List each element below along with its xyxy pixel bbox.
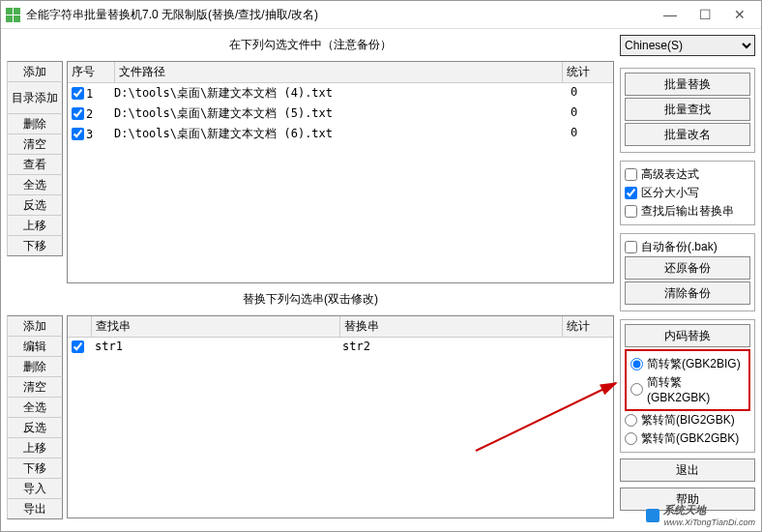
replace-row-check[interactable] [72, 340, 84, 353]
radio-gbk2gbk-s[interactable]: 简转繁(GBK2GBK) [630, 373, 745, 405]
file-btn-删除[interactable]: 删除 [7, 113, 63, 134]
file-buttons: 添加目录添加删除清空查看全选反选上移下移 [7, 61, 63, 283]
encode-convert-button[interactable]: 内码替换 [625, 324, 750, 347]
watermark-brand: 系统天地 [663, 503, 755, 517]
encoding-select[interactable]: Chinese(S) [620, 35, 755, 56]
batch-rename-button[interactable]: 批量改名 [625, 123, 750, 146]
radio-gbk2big[interactable]: 简转繁(GBK2BIG) [630, 355, 745, 373]
file-btn-添加[interactable]: 添加 [7, 61, 63, 82]
replace-row-stat [567, 339, 613, 354]
file-row-stat: 0 [567, 84, 613, 103]
file-row-path: D:\tools\桌面\新建文本文档 (4).txt [110, 84, 567, 103]
app-window: 全能字符串批量替换机7.0 无限制版(替换/查找/抽取/改名) — ☐ ✕ 在下… [0, 0, 762, 532]
batch-replace-button[interactable]: 批量替换 [625, 73, 750, 96]
replace-header-repl[interactable]: 替换串 [340, 316, 563, 337]
replace-buttons: 添加编辑删除清空全选反选上移下移导入导出 [7, 315, 63, 518]
watermark-logo-icon [646, 509, 659, 522]
replace-btn-编辑[interactable]: 编辑 [7, 336, 63, 357]
close-button[interactable]: ✕ [722, 3, 757, 26]
replace-btn-全选[interactable]: 全选 [7, 397, 63, 418]
opt-output[interactable]: 查找后输出替换串 [625, 202, 750, 221]
replace-list: 查找串 替换串 统计 str1str2 [67, 315, 614, 518]
file-btn-清空[interactable]: 清空 [7, 133, 63, 155]
file-panel-caption: 在下列勾选文件中（注意备份） [7, 35, 614, 55]
file-list: 序号 文件路径 统计 1D:\tools\桌面\新建文本文档 (4).txt0 … [67, 61, 614, 283]
clear-backup-button[interactable]: 清除备份 [625, 281, 750, 305]
file-row[interactable]: 3D:\tools\桌面\新建文本文档 (6).txt0 [68, 124, 613, 144]
file-btn-全选[interactable]: 全选 [7, 174, 63, 195]
replace-row-find: str1 [91, 339, 338, 354]
replace-btn-下移[interactable]: 下移 [7, 458, 63, 479]
file-row-check[interactable] [72, 128, 84, 140]
titlebar: 全能字符串批量替换机7.0 无限制版(替换/查找/抽取/改名) — ☐ ✕ [1, 1, 761, 29]
file-row[interactable]: 2D:\tools\桌面\新建文本文档 (5).txt0 [68, 103, 613, 124]
replace-btn-删除[interactable]: 删除 [7, 356, 63, 377]
opt-advanced[interactable]: 高级表达式 [625, 165, 750, 184]
file-btn-目录添加[interactable]: 目录添加 [7, 81, 63, 114]
file-btn-反选[interactable]: 反选 [7, 194, 63, 216]
maximize-button[interactable]: ☐ [688, 3, 722, 26]
window-title: 全能字符串批量替换机7.0 无限制版(替换/查找/抽取/改名) [26, 7, 653, 23]
replace-btn-添加[interactable]: 添加 [7, 315, 63, 337]
replace-header-stat[interactable]: 统计 [563, 316, 613, 337]
radio-big2gbk[interactable]: 繁转简(BIG2GBK) [625, 411, 750, 429]
replace-header-find[interactable]: 查找串 [92, 316, 340, 337]
replace-btn-导出[interactable]: 导出 [7, 498, 63, 519]
opt-autobackup[interactable]: 自动备份(.bak) [625, 238, 750, 256]
file-row-check[interactable] [72, 107, 84, 120]
watermark-url: www.XiTongTianDi.com [663, 517, 755, 527]
replace-header-check[interactable] [68, 316, 92, 337]
encode-highlight-box: 简转繁(GBK2BIG) 简转繁(GBK2GBK) [625, 349, 750, 411]
watermark: 系统天地 www.XiTongTianDi.com [646, 503, 755, 527]
replace-btn-导入[interactable]: 导入 [7, 478, 63, 499]
app-icon [5, 7, 20, 22]
replace-btn-上移[interactable]: 上移 [7, 437, 63, 458]
file-header-path[interactable]: 文件路径 [115, 62, 563, 82]
exit-button[interactable]: 退出 [620, 458, 755, 482]
file-btn-上移[interactable]: 上移 [7, 215, 63, 236]
replace-btn-反选[interactable]: 反选 [7, 417, 63, 438]
file-row-stat: 0 [567, 125, 613, 143]
restore-backup-button[interactable]: 还原备份 [625, 256, 750, 280]
file-row-stat: 0 [567, 104, 613, 123]
file-btn-查看[interactable]: 查看 [7, 154, 63, 175]
file-header-seq[interactable]: 序号 [68, 62, 115, 82]
replace-row[interactable]: str1str2 [68, 338, 613, 355]
opt-case[interactable]: 区分大小写 [625, 184, 750, 202]
file-row-check[interactable] [72, 87, 84, 100]
file-row[interactable]: 1D:\tools\桌面\新建文本文档 (4).txt0 [68, 83, 613, 103]
replace-row-repl: str2 [338, 339, 567, 354]
batch-find-button[interactable]: 批量查找 [625, 98, 750, 121]
file-row-path: D:\tools\桌面\新建文本文档 (6).txt [110, 125, 567, 143]
file-header-stat[interactable]: 统计 [563, 62, 613, 82]
file-btn-下移[interactable]: 下移 [7, 235, 63, 256]
file-row-path: D:\tools\桌面\新建文本文档 (5).txt [110, 104, 567, 123]
radio-gbk2gbk-t[interactable]: 繁转简(GBK2GBK) [625, 429, 750, 448]
replace-panel-caption: 替换下列勾选串(双击修改) [7, 289, 614, 310]
minimize-button[interactable]: — [653, 3, 688, 26]
replace-btn-清空[interactable]: 清空 [7, 376, 63, 398]
